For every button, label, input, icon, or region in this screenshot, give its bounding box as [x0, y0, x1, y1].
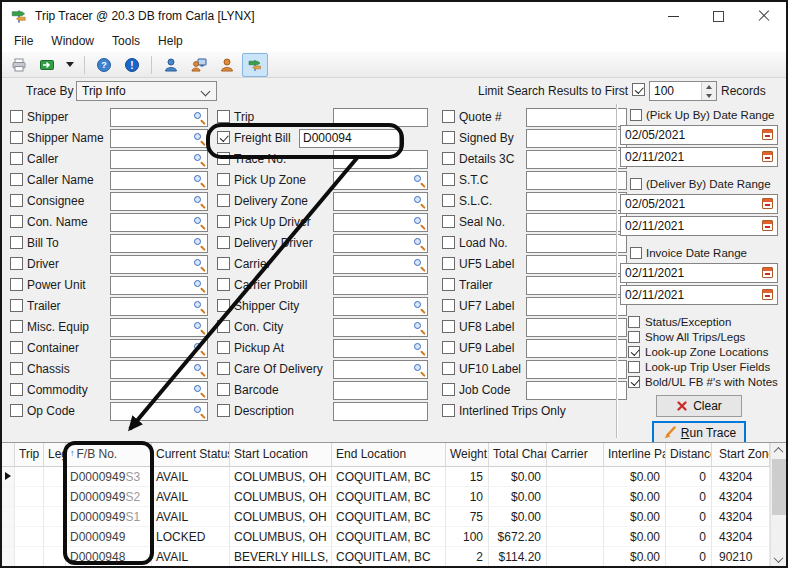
menu-item[interactable]: Window [42, 31, 103, 51]
date-from-input[interactable]: 02/11/2021 [620, 263, 778, 283]
search-lookup-icon[interactable] [193, 112, 205, 124]
calendar-icon[interactable] [762, 198, 773, 209]
field-input[interactable] [333, 339, 428, 358]
help-button[interactable]: ? [91, 53, 117, 77]
field-input[interactable] [333, 402, 428, 421]
field-input[interactable] [110, 213, 208, 232]
field-input[interactable] [333, 318, 428, 337]
field-checkbox[interactable] [10, 173, 23, 186]
field-checkbox[interactable] [442, 320, 455, 333]
scroll-down-button[interactable] [771, 552, 786, 567]
field-input[interactable] [110, 318, 208, 337]
field-input[interactable] [526, 339, 627, 358]
calendar-icon[interactable] [762, 267, 773, 278]
search-lookup-icon[interactable] [193, 343, 205, 355]
column-header-leg[interactable]: Leg [44, 443, 66, 466]
user-workstation-button[interactable] [186, 53, 212, 77]
search-lookup-icon[interactable] [193, 259, 205, 271]
field-checkbox[interactable] [442, 236, 455, 249]
column-header-trip[interactable]: Trip [15, 443, 44, 466]
minimize-button[interactable] [651, 2, 696, 30]
limit-checkbox[interactable] [632, 83, 645, 96]
field-checkbox[interactable] [442, 383, 455, 396]
field-checkbox[interactable] [442, 194, 455, 207]
limit-records-input[interactable]: 100 [649, 81, 717, 101]
search-lookup-icon[interactable] [193, 322, 205, 334]
field-checkbox[interactable] [217, 341, 230, 354]
field-checkbox[interactable] [217, 215, 230, 228]
column-header-current-status[interactable]: Current Status [152, 443, 230, 466]
search-lookup-icon[interactable] [413, 322, 425, 334]
trace-by-select[interactable]: Trip Info [76, 81, 217, 101]
search-lookup-icon[interactable] [413, 259, 425, 271]
date-to-input[interactable]: 02/11/2021 [620, 216, 778, 236]
field-input[interactable] [526, 381, 627, 400]
search-lookup-icon[interactable] [193, 238, 205, 250]
field-checkbox[interactable] [10, 215, 23, 228]
field-input[interactable] [333, 234, 428, 253]
session-button[interactable] [34, 53, 60, 77]
field-input[interactable] [110, 297, 208, 316]
field-checkbox[interactable] [10, 320, 23, 333]
column-header-end-location[interactable]: End Location [332, 443, 446, 466]
search-lookup-icon[interactable] [413, 196, 425, 208]
field-checkbox[interactable] [217, 236, 230, 249]
field-input[interactable] [110, 129, 208, 148]
field-input[interactable] [333, 171, 428, 190]
column-header-selector[interactable] [2, 443, 15, 466]
field-input[interactable] [526, 297, 627, 316]
field-checkbox[interactable] [10, 152, 23, 165]
field-checkbox[interactable] [10, 131, 23, 144]
field-input[interactable] [110, 339, 208, 358]
spinner-down-button[interactable] [702, 91, 716, 100]
search-lookup-icon[interactable] [413, 175, 425, 187]
column-header-start-location[interactable]: Start Location [230, 443, 332, 466]
field-checkbox[interactable] [442, 152, 455, 165]
field-checkbox[interactable] [10, 404, 23, 417]
field-checkbox[interactable] [217, 299, 230, 312]
clear-button[interactable]: Clear [656, 395, 742, 417]
search-lookup-icon[interactable] [413, 364, 425, 376]
field-checkbox[interactable] [217, 194, 230, 207]
search-lookup-icon[interactable] [193, 385, 205, 397]
date-range-checkbox[interactable] [630, 178, 642, 190]
column-header-carrier[interactable]: Carrier [547, 443, 604, 466]
field-checkbox[interactable] [442, 110, 455, 123]
field-input[interactable] [110, 234, 208, 253]
field-input[interactable] [110, 255, 208, 274]
field-input[interactable] [333, 150, 428, 169]
field-checkbox[interactable] [217, 404, 230, 417]
table-row[interactable]: D0000949S1 AVAIL COLUMBUS, OH COQUITLAM,… [2, 507, 770, 527]
field-checkbox[interactable] [442, 173, 455, 186]
field-input[interactable] [526, 192, 627, 211]
field-checkbox[interactable] [217, 383, 230, 396]
field-checkbox[interactable] [442, 341, 455, 354]
calendar-icon[interactable] [762, 129, 773, 140]
field-input[interactable] [110, 381, 208, 400]
maximize-button[interactable] [696, 2, 741, 30]
calendar-icon[interactable] [762, 220, 773, 231]
search-lookup-icon[interactable] [193, 364, 205, 376]
customer-button[interactable] [158, 53, 184, 77]
search-lookup-icon[interactable] [413, 217, 425, 229]
field-input[interactable] [333, 255, 428, 274]
table-row[interactable]: D0000949S3 AVAIL COLUMBUS, OH COQUITLAM,… [2, 467, 770, 487]
field-checkbox[interactable] [217, 173, 230, 186]
spinner-up-button[interactable] [702, 82, 716, 91]
date-range-checkbox[interactable] [630, 109, 642, 121]
field-input[interactable] [526, 234, 627, 253]
field-input[interactable] [526, 318, 627, 337]
option-checkbox[interactable] [628, 346, 640, 358]
trip-tracer-button[interactable] [242, 53, 268, 77]
field-input[interactable] [526, 171, 627, 190]
field-input[interactable] [333, 192, 428, 211]
option-checkbox[interactable] [628, 316, 640, 328]
calendar-icon[interactable] [762, 151, 773, 162]
field-checkbox[interactable] [217, 131, 230, 144]
field-input[interactable] [526, 360, 627, 379]
vertical-scrollbar[interactable] [770, 443, 786, 567]
search-lookup-icon[interactable] [413, 343, 425, 355]
field-checkbox[interactable] [10, 278, 23, 291]
field-checkbox[interactable] [10, 236, 23, 249]
field-input[interactable] [526, 150, 627, 169]
